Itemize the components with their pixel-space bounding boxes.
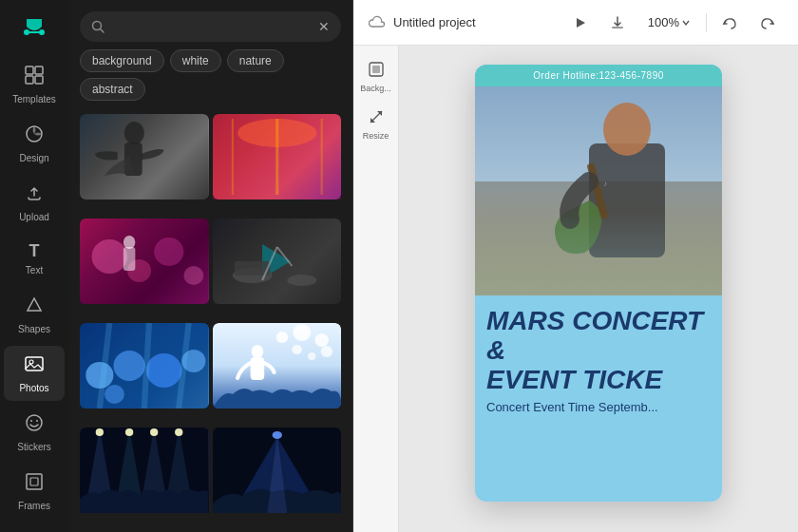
canvas-area: Untitled project 100%	[353, 0, 798, 532]
svg-rect-68	[475, 181, 722, 295]
photo-grid	[68, 110, 352, 532]
photo-item-1[interactable]	[80, 114, 209, 215]
tag-background[interactable]: background	[80, 49, 164, 72]
sidebar-item-text[interactable]: T Text	[4, 234, 65, 283]
svg-rect-4	[35, 66, 43, 74]
undo-icon	[722, 15, 737, 30]
svg-point-58	[150, 428, 158, 436]
svg-point-30	[124, 236, 136, 249]
svg-point-59	[175, 428, 182, 436]
redo-icon	[760, 15, 775, 30]
photos-panel: concert ✕ background white nature abstra…	[68, 0, 353, 532]
ticket-design[interactable]: Order Hotline:123-456-7890	[475, 65, 722, 502]
chevron-down-icon	[681, 18, 691, 28]
photo-item-4[interactable]	[213, 218, 342, 319]
svg-rect-13	[27, 474, 42, 489]
background-tool-label: Backg...	[360, 84, 391, 93]
svg-point-70	[603, 103, 651, 156]
svg-point-40	[113, 351, 144, 381]
svg-rect-14	[30, 478, 38, 485]
app-logo[interactable]	[15, 8, 53, 46]
sidebar: Templates Design Upload T Text	[0, 0, 68, 532]
undo-button[interactable]	[714, 11, 745, 34]
photo-item-2[interactable]	[213, 114, 342, 215]
shapes-icon	[24, 294, 45, 320]
sidebar-item-design-label: Design	[19, 153, 48, 163]
svg-point-12	[36, 420, 38, 422]
search-input[interactable]: concert	[112, 19, 311, 34]
sidebar-item-photos[interactable]: Photos	[4, 346, 65, 401]
svg-rect-63	[612, 27, 623, 28]
svg-point-11	[30, 420, 32, 422]
svg-rect-65	[372, 66, 380, 73]
photo-item-6[interactable]	[213, 323, 342, 424]
sidebar-item-upload[interactable]: Upload	[4, 175, 65, 230]
project-title: Untitled project	[393, 15, 476, 29]
resize-tool[interactable]: Resize	[356, 103, 396, 146]
photo-item-5[interactable]	[80, 323, 209, 424]
topbar-actions: 100%	[566, 11, 783, 34]
text-icon: T	[29, 241, 40, 261]
sidebar-item-shapes[interactable]: Shapes	[4, 287, 65, 342]
svg-rect-31	[124, 247, 136, 271]
svg-point-51	[308, 352, 315, 360]
svg-point-52	[320, 346, 332, 357]
ticket-title: MARS CONCERT & EVENT TICKE	[486, 307, 711, 394]
photo-item-3[interactable]	[80, 218, 209, 319]
play-icon	[574, 16, 587, 29]
photo-item-8[interactable]	[213, 428, 342, 528]
project-title-area: Untitled project	[369, 14, 476, 31]
sidebar-item-text-label: Text	[26, 265, 43, 276]
design-icon	[24, 124, 45, 149]
sidebar-item-stickers[interactable]: Stickers	[4, 405, 65, 460]
photos-icon	[24, 353, 45, 379]
resize-tool-label: Resize	[363, 131, 390, 141]
svg-rect-32	[213, 218, 342, 304]
svg-rect-54	[250, 357, 264, 380]
svg-point-43	[104, 385, 124, 404]
templates-icon	[24, 65, 45, 90]
sidebar-item-templates[interactable]: Templates	[4, 57, 65, 112]
canvas-tools: Backg... Resize	[353, 46, 399, 532]
svg-line-66	[370, 111, 382, 123]
download-button[interactable]	[602, 11, 633, 34]
sidebar-item-templates-label: Templates	[12, 94, 56, 104]
ticket-bottom: MARS CONCERT & EVENT TICKE Concert Event…	[475, 295, 722, 426]
svg-rect-6	[35, 76, 43, 84]
play-preview-button[interactable]	[566, 12, 595, 33]
main-canvas: Order Hotline:123-456-7890	[399, 46, 798, 532]
svg-rect-71	[586, 162, 608, 219]
search-bar: concert ✕	[80, 11, 341, 42]
download-icon	[610, 15, 625, 30]
svg-point-28	[154, 238, 183, 266]
sidebar-item-upload-label: Upload	[19, 212, 49, 222]
photo-item-7[interactable]	[80, 428, 209, 528]
sidebar-item-stickers-label: Stickers	[17, 442, 51, 452]
tag-abstract[interactable]: abstract	[80, 78, 145, 101]
svg-line-16	[101, 29, 104, 33]
sidebar-item-shapes-label: Shapes	[18, 324, 50, 334]
svg-point-35	[287, 275, 316, 286]
frames-icon	[24, 471, 45, 497]
ticket-hotline: Order Hotline:123-456-7890	[475, 65, 722, 86]
svg-point-26	[92, 239, 128, 274]
svg-point-10	[27, 415, 42, 430]
resize-tool-icon	[368, 108, 385, 129]
background-tool[interactable]: Backg...	[356, 55, 396, 99]
svg-point-56	[96, 428, 104, 436]
svg-point-48	[293, 324, 311, 341]
svg-point-29	[183, 266, 203, 285]
sidebar-item-frames[interactable]: Frames	[4, 464, 65, 519]
redo-button[interactable]	[752, 11, 783, 34]
svg-point-41	[146, 353, 182, 388]
svg-text:♪: ♪	[603, 180, 607, 188]
tag-nature[interactable]: nature	[227, 49, 284, 72]
tag-white[interactable]: white	[170, 49, 221, 72]
zoom-control[interactable]: 100%	[640, 11, 698, 33]
svg-rect-67	[475, 86, 722, 295]
stickers-icon	[24, 412, 45, 438]
sidebar-item-design[interactable]: Design	[4, 116, 65, 171]
search-clear-button[interactable]: ✕	[318, 19, 330, 34]
canvas-workspace: Backg... Resize Order Hotline:123-456-78…	[353, 46, 798, 532]
svg-point-57	[125, 428, 133, 436]
